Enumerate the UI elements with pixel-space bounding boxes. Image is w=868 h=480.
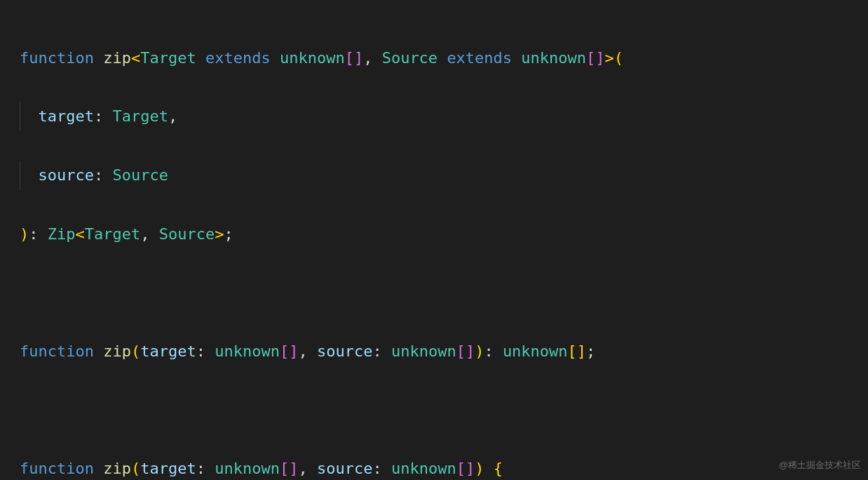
code-line: ): Zip<Target, Source>; [20,220,848,249]
code-line: target: Target, [20,102,848,131]
type-param: Source [382,49,438,67]
function-name: zip [103,49,131,67]
code-line-empty [20,395,848,425]
keyword-extends: extends [205,49,271,67]
code-line: function zip(target: unknown[], source: … [20,337,848,366]
param-name: target [39,107,94,125]
code-line: source: Source [20,161,848,190]
param-name: source [39,166,94,184]
type-param: Target [140,49,196,67]
keyword-function: function [20,49,94,67]
watermark-text: @稀土掘金技术社区 [779,457,861,474]
code-line-empty [20,278,848,307]
code-editor[interactable]: function zip<Target extends unknown[], S… [20,14,848,480]
indent-guide [20,161,20,190]
code-line: function zip<Target extends unknown[], S… [20,44,848,73]
code-line: function zip(target: unknown[], source: … [20,454,848,480]
type-ref: Zip [48,225,76,243]
indent-guide [20,102,20,131]
